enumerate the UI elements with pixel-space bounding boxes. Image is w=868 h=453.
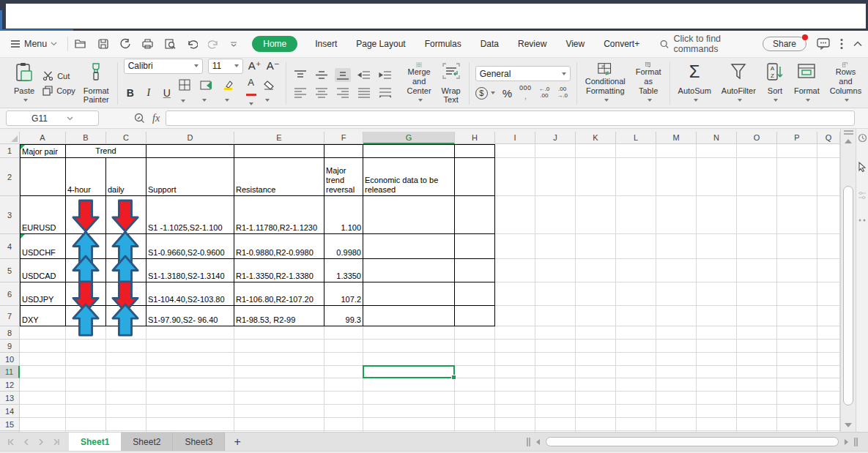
comment-icon[interactable] <box>817 38 830 50</box>
first-sheet-icon[interactable] <box>7 438 15 446</box>
italic-button[interactable]: I <box>142 87 155 99</box>
borders-button[interactable] <box>179 79 196 107</box>
scroll-down-arrow[interactable] <box>845 423 852 427</box>
cell-A2[interactable] <box>20 158 66 196</box>
cell-B2[interactable]: 4-hour <box>66 158 106 196</box>
cell-D5[interactable]: S1-1.3180,S2-1.3140 <box>146 259 234 282</box>
decrease-indent-button[interactable] <box>356 68 372 82</box>
tab-convert[interactable]: Convert+ <box>602 36 641 52</box>
open-icon[interactable] <box>74 38 87 50</box>
align-right-button[interactable] <box>335 86 351 100</box>
row-header-4[interactable]: 4 <box>0 234 20 259</box>
cell-E1[interactable] <box>234 144 324 158</box>
split-handle[interactable] <box>527 438 530 446</box>
history-icon[interactable] <box>858 133 867 143</box>
font-color-button[interactable]: A <box>244 78 258 109</box>
scroll-up-arrow[interactable] <box>845 139 852 143</box>
autosum-button[interactable]: Σ AutoSum <box>676 61 713 106</box>
worksheet-grid[interactable]: ABCDEFGHIJKLMNOPQ12345678910111213141516… <box>0 129 840 432</box>
column-header-M[interactable]: M <box>656 132 697 144</box>
decrease-font-icon[interactable]: A⁻ <box>267 59 280 72</box>
align-left-button[interactable] <box>292 86 308 100</box>
percent-button[interactable]: % <box>502 87 512 100</box>
align-top-button[interactable] <box>292 68 308 82</box>
column-header-A[interactable]: A <box>20 132 66 144</box>
prev-sheet-icon[interactable] <box>23 438 29 446</box>
column-header-H[interactable]: H <box>455 132 495 144</box>
row-header-5[interactable]: 5 <box>0 259 20 282</box>
lookup-icon[interactable] <box>134 113 145 124</box>
rows-and-columns-button[interactable]: Rows and Columns <box>828 61 864 106</box>
print-preview-icon[interactable] <box>164 38 176 50</box>
cell-G2[interactable]: Economic data to be released <box>363 158 455 196</box>
cell-H5[interactable] <box>455 259 495 282</box>
increase-font-icon[interactable]: A⁺ <box>248 59 261 72</box>
cell-E5[interactable]: R1-1.3350,R2-1.3380 <box>234 259 324 282</box>
column-header-I[interactable]: I <box>495 132 535 144</box>
comma-style-button[interactable]: 000, <box>519 85 532 101</box>
tab-home[interactable]: Home <box>252 36 297 52</box>
cell-E2[interactable]: Resistance <box>234 158 324 196</box>
row-header-15[interactable]: 15 <box>0 418 20 431</box>
font-family-select[interactable]: Calibri <box>124 59 203 74</box>
more-dots-icon[interactable] <box>858 219 866 222</box>
cell-H6[interactable] <box>455 282 495 306</box>
cell-F4[interactable]: 0.9980 <box>324 234 363 259</box>
trend-arrow-up-DXY[interactable] <box>72 303 100 337</box>
autofilter-button[interactable]: AutoFilter <box>719 61 758 106</box>
row-header-9[interactable]: 9 <box>0 340 20 353</box>
cell-H7[interactable] <box>455 306 495 326</box>
align-bottom-button[interactable] <box>335 68 351 82</box>
scroll-right-arrow[interactable] <box>845 439 848 445</box>
tab-page-layout[interactable]: Page Layout <box>355 36 407 52</box>
decrease-decimal-button[interactable]: .00→.0 <box>557 86 568 100</box>
tab-formulas[interactable]: Formulas <box>423 36 463 52</box>
settings-sliders-icon[interactable] <box>858 191 867 200</box>
redo-icon[interactable] <box>208 39 220 49</box>
row-header-12[interactable]: 12 <box>0 378 20 392</box>
align-middle-button[interactable] <box>314 68 330 82</box>
cell-H3[interactable] <box>455 196 495 234</box>
last-sheet-icon[interactable] <box>53 438 60 446</box>
active-cell-G11[interactable] <box>363 365 455 378</box>
cell-E4[interactable]: R1-0.9880,R2-0.9980 <box>234 234 324 259</box>
cell-F3[interactable]: 1.100 <box>324 196 363 234</box>
number-format-select[interactable]: General <box>475 66 571 81</box>
cell-G5[interactable] <box>363 259 455 282</box>
cell-D2[interactable]: Support <box>146 158 234 196</box>
horizontal-scroll-thumb[interactable] <box>546 437 839 446</box>
tab-insert[interactable]: Insert <box>314 36 338 52</box>
wrap-text-button[interactable]: Wrap Text <box>439 61 463 106</box>
formula-input[interactable] <box>166 111 855 126</box>
justify-button[interactable] <box>356 86 372 100</box>
align-center-button[interactable] <box>314 86 330 100</box>
row-header-10[interactable]: 10 <box>0 353 20 366</box>
cell-G1[interactable] <box>363 144 455 158</box>
cell-D7[interactable]: S1-97.90,S2- 96.40 <box>146 306 234 326</box>
row-header-11[interactable]: 11 <box>0 366 20 378</box>
sheet-tab-sheet1[interactable]: Sheet1 <box>69 433 121 451</box>
trend-arrow-down-EURUSD[interactable] <box>111 199 139 233</box>
tab-data[interactable]: Data <box>479 36 500 52</box>
cell-E6[interactable]: R1-106.80,R2-107.20 <box>234 282 324 306</box>
cell-A3[interactable]: EURUSD <box>20 196 66 234</box>
trend-arrow-up-DXY[interactable] <box>111 303 139 337</box>
cell-F6[interactable]: 107.2 <box>324 282 363 306</box>
menu-button[interactable]: Menu <box>6 36 62 52</box>
conditional-formatting-button[interactable]: ≠ Conditional Formatting <box>583 61 628 106</box>
column-header-O[interactable]: O <box>737 132 777 144</box>
merge-and-center-button[interactable]: T Merge and Center <box>405 61 434 106</box>
format-as-table-button[interactable]: Format as Table <box>634 61 664 106</box>
print-icon[interactable] <box>141 38 154 50</box>
undo-icon[interactable] <box>186 39 198 49</box>
cut-button[interactable]: Cut <box>42 71 75 81</box>
sort-button[interactable]: AZ Sort <box>764 61 786 106</box>
cell-H1[interactable] <box>455 144 495 158</box>
column-header-K[interactable]: K <box>576 132 616 144</box>
column-header-Q[interactable]: Q <box>817 132 840 144</box>
cell-D1[interactable] <box>146 144 234 158</box>
increase-decimal-button[interactable]: ←.0.00 <box>539 86 550 100</box>
trend-arrow-down-EURUSD[interactable] <box>72 199 100 233</box>
cell-D6[interactable]: S1-104.40,S2-103.80 <box>146 282 234 306</box>
customize-toolbar-icon[interactable] <box>230 42 237 47</box>
